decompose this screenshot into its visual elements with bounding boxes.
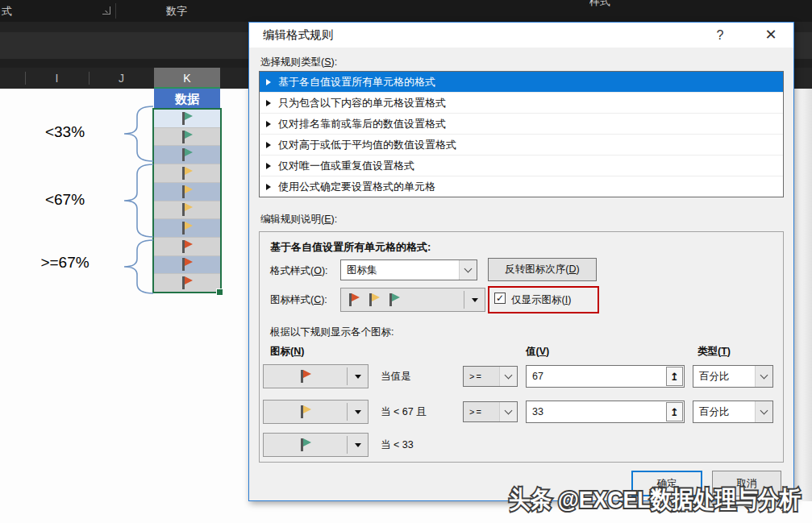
rule-description-groupbox: 基于各自值设置所有单元格的格式: 格式样式(O): 图标集 反转图标次序(D) … <box>259 231 784 463</box>
ribbon-group-label-style-partial: 样式 <box>589 0 638 10</box>
data-column-title-cell[interactable]: 数据 <box>154 89 220 110</box>
ribbon-group-label-partial: 式 <box>2 0 12 22</box>
yellow-flag-icon <box>181 167 193 180</box>
chevron-down-icon[interactable] <box>459 260 477 280</box>
range-picker-icon[interactable]: ↥ <box>666 402 683 421</box>
value-column-header: 值(V) <box>526 345 549 359</box>
column-header-j[interactable]: J <box>89 68 154 89</box>
rule-description-label: 编辑规则说明(E): <box>260 213 337 226</box>
dropdown-arrow-icon[interactable] <box>347 403 368 421</box>
flag-cell-range <box>154 110 220 292</box>
show-icon-only-label[interactable]: 仅显示图标(I) <box>511 293 571 307</box>
dialog-titlebar: 编辑格式规则 ? ✕ <box>249 23 793 48</box>
column-header-i[interactable]: I <box>25 68 89 89</box>
operator-combobox[interactable]: >= <box>463 366 518 387</box>
rule-type-item[interactable]: 只为包含以下内容的单元格设置格式 <box>260 92 783 113</box>
green-flag-icon <box>389 293 400 306</box>
list-arrow-icon <box>266 184 271 190</box>
chevron-down-icon[interactable] <box>755 366 772 387</box>
list-arrow-icon <box>266 79 271 85</box>
icon-style-label: 图标样式(C): <box>270 293 327 307</box>
chevron-down-icon[interactable] <box>499 367 517 386</box>
format-style-label: 格式样式(O): <box>270 264 328 278</box>
rule-condition-text: 当 < 33 <box>381 433 414 457</box>
rule-type-item[interactable]: 仅对唯一值或重复值设置格式 <box>260 155 783 176</box>
flag-cell[interactable] <box>154 183 220 201</box>
flag-cell[interactable] <box>154 238 220 256</box>
list-arrow-icon <box>266 100 271 106</box>
format-style-value: 图标集 <box>347 260 377 280</box>
dialog-title: 编辑格式规则 <box>263 23 333 48</box>
range-picker-icon[interactable]: ↥ <box>666 367 683 386</box>
operator-combobox[interactable]: >= <box>463 401 518 422</box>
ribbon-group-label-number: 数字 <box>166 0 187 22</box>
green-flag-icon <box>181 131 193 143</box>
show-icon-only-checkbox[interactable]: ✓ <box>494 293 506 304</box>
yellow-flag-icon <box>181 185 193 198</box>
dropdown-arrow-icon[interactable] <box>347 367 368 385</box>
type-column-header: 类型(T) <box>697 345 731 359</box>
cancel-button[interactable]: 取消 <box>712 471 781 496</box>
flag-cell[interactable] <box>154 201 220 220</box>
red-flag-icon <box>181 240 193 253</box>
list-arrow-icon <box>266 163 271 169</box>
icon-picker-combobox[interactable] <box>263 400 369 424</box>
red-flag-icon <box>300 370 311 383</box>
icon-picker-combobox[interactable] <box>263 364 369 388</box>
format-style-combobox[interactable]: 图标集 <box>340 259 477 280</box>
annotation-gte67: >=67% <box>23 254 107 272</box>
grouping-braces <box>113 103 157 301</box>
help-button[interactable]: ? <box>706 23 735 48</box>
green-flag-icon <box>181 112 193 125</box>
red-flag-icon <box>181 276 193 289</box>
selection-fill-handle[interactable] <box>216 288 223 296</box>
rule-condition-text: 当 < 67 且 <box>381 400 427 424</box>
red-flag-icon <box>348 293 360 306</box>
icon-style-combobox[interactable] <box>340 288 485 312</box>
rule-type-item[interactable]: 仅对高于或低于平均值的数值设置格式 <box>260 134 783 155</box>
flag-cell[interactable] <box>154 256 220 275</box>
flag-cell[interactable] <box>154 274 220 292</box>
rule-type-item[interactable]: 使用公式确定要设置格式的单元格 <box>260 176 783 197</box>
flag-cell[interactable] <box>154 146 220 164</box>
type-combobox[interactable]: 百分比 <box>693 401 773 423</box>
flag-cell[interactable] <box>154 110 220 128</box>
flag-cell[interactable] <box>154 164 220 183</box>
dropdown-arrow-icon[interactable] <box>347 436 368 454</box>
type-combobox[interactable]: 百分比 <box>693 365 773 388</box>
yellow-flag-icon <box>300 405 311 418</box>
green-flag-icon <box>181 148 193 161</box>
annotation-lt67: <67% <box>23 191 107 209</box>
flag-cell[interactable] <box>154 128 220 147</box>
list-arrow-icon <box>266 142 271 148</box>
chevron-down-icon[interactable] <box>499 402 517 421</box>
reverse-icon-order-button[interactable]: 反转图标次序(D) <box>488 258 597 281</box>
close-icon[interactable]: ✕ <box>754 23 788 48</box>
flag-cell[interactable] <box>154 219 220 238</box>
ribbon-group-separator <box>115 3 116 19</box>
icon-picker-combobox[interactable] <box>263 433 369 457</box>
chevron-down-icon[interactable] <box>755 401 772 422</box>
icon-column-header: 图标(N) <box>270 345 304 359</box>
dialog-launcher-icon[interactable] <box>102 6 110 15</box>
ok-button[interactable]: 确定 <box>631 471 702 496</box>
dropdown-arrow-icon[interactable] <box>464 291 485 309</box>
worksheet-right-strip <box>794 89 812 501</box>
column-header-k[interactable]: K <box>154 68 220 89</box>
annotation-lt33: <33% <box>23 123 107 141</box>
yellow-flag-icon <box>181 222 193 235</box>
value-input[interactable]: 33 ↥ <box>526 401 685 423</box>
yellow-flag-icon <box>181 203 193 216</box>
rule-type-item-selected[interactable]: 基于各自值设置所有单元格的格式 <box>260 72 783 92</box>
red-flag-icon <box>181 258 193 271</box>
rule-condition-text: 当值是 <box>381 364 411 388</box>
list-arrow-icon <box>266 121 271 127</box>
rules-caption: 根据以下规则显示各个图标: <box>270 326 394 339</box>
rule-type-item[interactable]: 仅对排名靠前或靠后的数值设置格式 <box>260 113 783 134</box>
edit-formatting-rule-dialog: 编辑格式规则 ? ✕ 选择规则类型(S): 基于各自值设置所有单元格的格式 只为… <box>248 22 794 501</box>
ribbon-bar: 式 数字 样式 <box>0 0 812 22</box>
yellow-flag-icon <box>369 293 380 306</box>
rule-type-label: 选择规则类型(S): <box>260 56 337 69</box>
value-input[interactable]: 67 ↥ <box>526 365 685 388</box>
check-icon: ✓ <box>496 293 504 304</box>
